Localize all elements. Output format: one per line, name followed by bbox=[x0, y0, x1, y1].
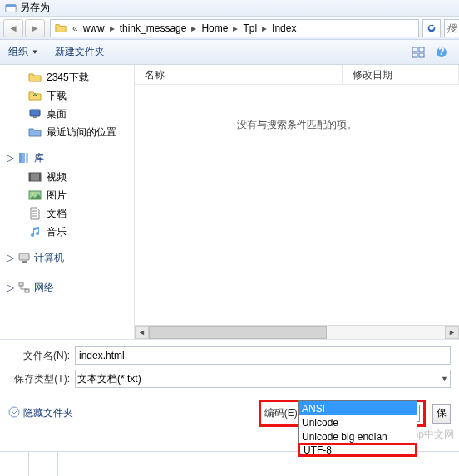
dropdown-item-unicode-be[interactable]: Unicode big endian bbox=[299, 429, 417, 444]
folder-icon bbox=[28, 71, 42, 84]
filetype-label: 保存类型(T): bbox=[8, 372, 75, 386]
svg-rect-20 bbox=[19, 282, 23, 286]
tree-item-pictures[interactable]: 图片 bbox=[0, 186, 134, 204]
expand-icon: ▷ bbox=[7, 252, 14, 263]
filetype-value: 文本文档(*.txt) bbox=[77, 372, 141, 386]
filename-input[interactable] bbox=[75, 346, 451, 365]
list-header: 名称 修改日期 bbox=[135, 65, 459, 85]
svg-rect-2 bbox=[412, 47, 417, 52]
svg-rect-21 bbox=[25, 289, 29, 292]
horizontal-scrollbar[interactable]: ◄ ► bbox=[135, 325, 459, 339]
music-icon bbox=[28, 225, 42, 238]
hide-folders-button[interactable]: 隐藏文件夹 bbox=[8, 406, 73, 420]
tree-item-label: 视频 bbox=[47, 170, 67, 184]
breadcrumb-item[interactable]: think_message bbox=[116, 20, 190, 37]
desktop-icon bbox=[28, 107, 42, 120]
collapse-icon bbox=[8, 406, 20, 420]
tree-item-label: 音乐 bbox=[47, 225, 67, 239]
nav-bar: ◄ ► « www▸ think_message▸ Home▸ Tpl▸ Ind… bbox=[0, 17, 459, 40]
breadcrumb-item[interactable]: www bbox=[80, 20, 108, 37]
title-bar: 另存为 bbox=[0, 0, 459, 17]
nav-back-button[interactable]: ◄ bbox=[3, 19, 23, 37]
folder-icon bbox=[51, 20, 71, 37]
dropdown-item-ansi[interactable]: ANSI bbox=[299, 401, 417, 415]
tree-item-recent[interactable]: 最近访问的位置 bbox=[0, 123, 134, 141]
save-button[interactable]: 保 bbox=[432, 404, 451, 424]
nav-tree: 2345下载 下载 桌面 最近访问的位置 ▷ 库 视频 图片 文 bbox=[0, 65, 135, 339]
scroll-left-button[interactable]: ◄ bbox=[135, 326, 149, 339]
svg-rect-8 bbox=[30, 110, 40, 116]
tree-item-desktop[interactable]: 桌面 bbox=[0, 105, 134, 123]
svg-rect-13 bbox=[29, 173, 41, 181]
svg-rect-11 bbox=[22, 153, 25, 163]
breadcrumb[interactable]: « www▸ think_message▸ Home▸ Tpl▸ Index bbox=[50, 19, 419, 37]
filetype-select[interactable]: 文本文档(*.txt) ▼ bbox=[75, 370, 451, 388]
tree-item-music[interactable]: 音乐 bbox=[0, 223, 134, 241]
refresh-button[interactable] bbox=[422, 19, 441, 37]
svg-rect-14 bbox=[29, 173, 31, 181]
tree-item-label: 桌面 bbox=[47, 107, 67, 121]
strip-segment bbox=[29, 452, 58, 476]
strip-segment bbox=[0, 452, 29, 476]
svg-rect-5 bbox=[419, 53, 424, 57]
new-folder-label: 新建文件夹 bbox=[55, 45, 105, 59]
svg-rect-4 bbox=[412, 53, 417, 57]
column-name[interactable]: 名称 bbox=[135, 65, 343, 84]
svg-rect-10 bbox=[19, 153, 22, 163]
file-list[interactable]: 名称 修改日期 没有与搜索条件匹配的项。 ◄ ► bbox=[135, 65, 459, 339]
recent-icon bbox=[28, 125, 42, 139]
svg-point-17 bbox=[32, 193, 34, 195]
breadcrumb-item[interactable]: Home bbox=[198, 20, 231, 37]
expand-icon: ▷ bbox=[7, 282, 14, 293]
help-button[interactable]: ? bbox=[432, 44, 451, 61]
picture-icon bbox=[28, 189, 42, 202]
window-title: 另存为 bbox=[20, 1, 50, 15]
computer-icon bbox=[17, 251, 31, 264]
document-icon bbox=[28, 207, 42, 220]
nav-forward-button[interactable]: ► bbox=[25, 19, 45, 37]
tree-item-label: 最近访问的位置 bbox=[47, 125, 116, 140]
tree-network-header[interactable]: ▷ 网络 bbox=[0, 277, 134, 297]
svg-rect-19 bbox=[22, 261, 27, 263]
tree-libraries-header[interactable]: ▷ 库 bbox=[0, 148, 134, 168]
encoding-dropdown[interactable]: ANSI Unicode Unicode big endian UTF-8 bbox=[298, 400, 417, 457]
scroll-track[interactable] bbox=[149, 326, 445, 339]
dropdown-item-unicode[interactable]: Unicode bbox=[299, 415, 417, 429]
column-date[interactable]: 修改日期 bbox=[343, 65, 459, 84]
tree-item-videos[interactable]: 视频 bbox=[0, 168, 134, 186]
view-button[interactable] bbox=[409, 44, 427, 61]
organize-menu[interactable]: 组织 ▼ bbox=[8, 45, 38, 59]
toolbar: 组织 ▼ 新建文件夹 ? bbox=[0, 40, 459, 65]
network-icon bbox=[17, 281, 31, 294]
tree-network-label: 网络 bbox=[34, 281, 54, 295]
chevron-down-icon: ▼ bbox=[32, 48, 38, 56]
tree-item-downloads[interactable]: 下载 bbox=[0, 86, 134, 105]
hide-folders-label: 隐藏文件夹 bbox=[23, 406, 73, 420]
organize-label: 组织 bbox=[8, 45, 28, 59]
svg-rect-3 bbox=[419, 47, 424, 52]
breadcrumb-item[interactable]: Index bbox=[269, 20, 299, 37]
tree-computer-label: 计算机 bbox=[34, 251, 64, 265]
tree-item-documents[interactable]: 文档 bbox=[0, 204, 134, 223]
dropdown-item-utf8[interactable]: UTF-8 bbox=[298, 443, 417, 457]
tree-computer-header[interactable]: ▷ 计算机 bbox=[0, 248, 134, 267]
svg-rect-12 bbox=[26, 153, 28, 163]
scroll-thumb[interactable] bbox=[149, 326, 327, 339]
new-folder-button[interactable]: 新建文件夹 bbox=[55, 45, 105, 59]
tree-item-label: 文档 bbox=[47, 207, 67, 221]
video-icon bbox=[28, 170, 42, 184]
download-icon bbox=[28, 89, 42, 102]
scroll-right-button[interactable]: ► bbox=[445, 326, 459, 339]
svg-rect-9 bbox=[33, 116, 37, 118]
search-input[interactable] bbox=[444, 19, 459, 37]
filename-label: 文件名(N): bbox=[8, 349, 75, 363]
tree-item-label: 图片 bbox=[47, 189, 67, 203]
svg-point-22 bbox=[9, 407, 19, 417]
breadcrumb-item[interactable]: Tpl bbox=[239, 20, 260, 37]
expand-icon: ▷ bbox=[7, 152, 14, 164]
tree-item-2345[interactable]: 2345下载 bbox=[0, 68, 134, 86]
tree-libraries-label: 库 bbox=[34, 151, 44, 165]
svg-rect-1 bbox=[6, 4, 16, 7]
save-form: 文件名(N): 保存类型(T): 文本文档(*.txt) ▼ bbox=[0, 339, 459, 396]
tree-item-label: 下载 bbox=[47, 89, 67, 103]
